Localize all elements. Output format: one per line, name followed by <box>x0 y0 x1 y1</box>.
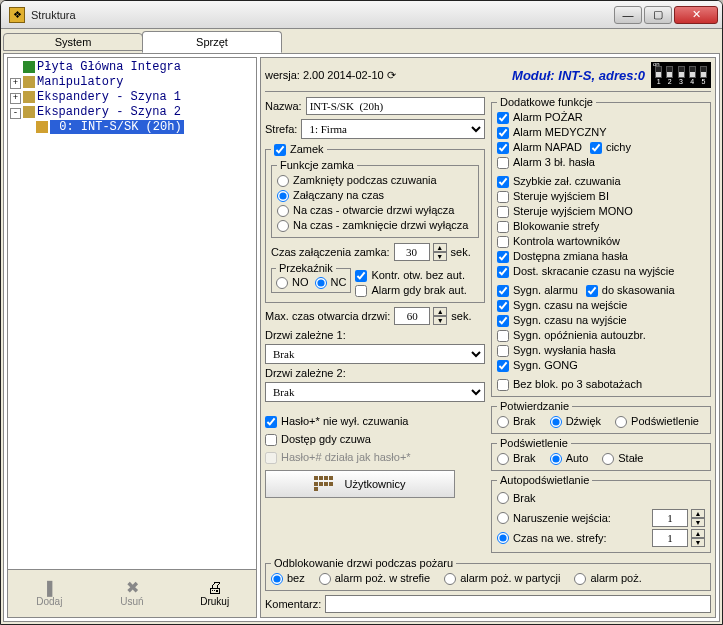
cb-pozar[interactable] <box>497 112 509 124</box>
add-button: ❚Dodaj <box>8 570 91 617</box>
dostep-czuwa-checkbox[interactable] <box>265 434 277 446</box>
potw-pods[interactable] <box>615 416 627 428</box>
przekaznik-group: Przekaźnik NO NC <box>271 262 351 293</box>
ap-narusz-input[interactable] <box>652 509 688 527</box>
cb-sygalarm[interactable] <box>497 285 509 297</box>
cb-3bl[interactable] <box>497 157 509 169</box>
tree-node-manipulatory[interactable]: +Manipulatory <box>10 75 254 90</box>
cb-mono[interactable] <box>497 206 509 218</box>
cb-kontrwart[interactable] <box>497 236 509 248</box>
cb-blokstr[interactable] <box>497 221 509 233</box>
cb-sygopz[interactable] <box>497 330 509 342</box>
pods-auto[interactable] <box>550 453 562 465</box>
cb-bezblok[interactable] <box>497 379 509 391</box>
version-label: wersja: 2.00 2014-02-10 ⟳ <box>265 69 396 82</box>
zamek-checkbox[interactable] <box>274 144 286 156</box>
od-strefa[interactable] <box>319 573 331 585</box>
funkcje-zamka-group: Funkcje zamka Zamknięty podczas czuwania… <box>271 159 479 238</box>
dz1-label: Drzwi zależne 1: <box>265 329 485 341</box>
tree-node-eksp-2[interactable]: -Ekspandery - Szyna 2 <box>10 105 254 120</box>
fz-zamkniecie[interactable] <box>277 220 289 232</box>
czas-zal-unit: sek. <box>451 246 471 258</box>
nazwa-label: Nazwa: <box>265 100 302 112</box>
tab-sprzet[interactable]: Sprzęt <box>142 31 282 53</box>
kontr-otw-checkbox[interactable] <box>355 270 367 282</box>
cb-dozm[interactable] <box>497 251 509 263</box>
minimize-button[interactable]: — <box>614 6 642 24</box>
body: -Płyta Główna Integra +Manipulatory +Eks… <box>3 53 720 622</box>
dz2-select[interactable]: Brak <box>265 382 485 402</box>
uzytkownicy-button[interactable]: Użytkownicy <box>265 470 455 498</box>
komentarz-label: Komentarz: <box>265 598 321 610</box>
print-button[interactable]: 🖨Drukuj <box>173 570 256 617</box>
close-button[interactable]: ✕ <box>674 6 718 24</box>
komentarz-row: Komentarz: <box>265 595 711 613</box>
tree-node-eksp-1[interactable]: +Ekspandery - Szyna 1 <box>10 90 254 105</box>
users-icon <box>314 476 334 492</box>
haslo-niewyl-checkbox[interactable] <box>265 416 277 428</box>
titlebar[interactable]: ❖ Struktura — ▢ ✕ <box>1 1 722 29</box>
ap-brak[interactable] <box>497 492 509 504</box>
tree-view[interactable]: -Płyta Główna Integra +Manipulatory +Eks… <box>7 57 257 570</box>
od-poz[interactable] <box>574 573 586 585</box>
pods-stale[interactable] <box>602 453 614 465</box>
max-czas-spin[interactable]: ▲▼ <box>433 307 447 325</box>
tree-node-mainboard[interactable]: -Płyta Główna Integra <box>10 60 254 75</box>
cb-napad[interactable] <box>497 142 509 154</box>
zamek-group: Zamek Funkcje zamka Zamknięty podczas cz… <box>265 142 485 303</box>
delete-button: ✖Usuń <box>91 570 174 617</box>
potw-dzwiek[interactable] <box>550 416 562 428</box>
podswietlenie-group: Podświetlenie Brak Auto Stałe <box>491 437 711 471</box>
window-title: Struktura <box>31 9 614 21</box>
od-bez[interactable] <box>271 573 283 585</box>
left-pane: -Płyta Główna Integra +Manipulatory +Eks… <box>7 57 257 618</box>
dodatkowe-funkcje-group: Dodatkowe funkcje Alarm POŻAR Alarm MEDY… <box>491 96 711 397</box>
client-area: System Sprzęt -Płyta Główna Integra +Man… <box>1 29 722 624</box>
window-buttons: — ▢ ✕ <box>614 6 718 24</box>
cb-doskr[interactable] <box>497 266 509 278</box>
ap-narusz-spin[interactable]: ▲▼ <box>691 509 705 527</box>
ap-narusz[interactable] <box>497 512 509 524</box>
tabs: System Sprzęt <box>3 31 720 53</box>
przek-no[interactable] <box>276 277 288 289</box>
maximize-button[interactable]: ▢ <box>644 6 672 24</box>
komentarz-input[interactable] <box>325 595 711 613</box>
ap-czas[interactable] <box>497 532 509 544</box>
cb-sygwe[interactable] <box>497 300 509 312</box>
cb-sygwys[interactable] <box>497 345 509 357</box>
window: ❖ Struktura — ▢ ✕ System Sprzęt -Płyta G… <box>0 0 723 625</box>
ap-czas-input[interactable] <box>652 529 688 547</box>
fz-zamkniety[interactable] <box>277 175 289 187</box>
czas-zal-label: Czas załączenia zamka: <box>271 246 390 258</box>
right-pane: wersja: 2.00 2014-02-10 ⟳ Moduł: INT-S, … <box>260 57 716 618</box>
cb-szybkie[interactable] <box>497 176 509 188</box>
pods-brak[interactable] <box>497 453 509 465</box>
od-partycja[interactable] <box>444 573 456 585</box>
cb-medyczny[interactable] <box>497 127 509 139</box>
max-czas-label: Max. czas otwarcia drzwi: <box>265 310 390 322</box>
cb-bi[interactable] <box>497 191 509 203</box>
nazwa-input[interactable] <box>306 97 485 115</box>
ap-czas-spin[interactable]: ▲▼ <box>691 529 705 547</box>
max-czas-input[interactable] <box>394 307 430 325</box>
odblokowanie-group: Odblokowanie drzwi podczas pożaru bez al… <box>265 557 711 591</box>
right-column: Dodatkowe funkcje Alarm POŻAR Alarm MEDY… <box>491 96 711 554</box>
strefa-select[interactable]: 1: Firma <box>301 119 485 139</box>
dz2-label: Drzwi zależne 2: <box>265 367 485 379</box>
fz-zalaczany[interactable] <box>277 190 289 202</box>
fz-otwarcie[interactable] <box>277 205 289 217</box>
potw-brak[interactable] <box>497 416 509 428</box>
cb-gong[interactable] <box>497 360 509 372</box>
przek-nc[interactable] <box>315 277 327 289</box>
cb-sygwy[interactable] <box>497 315 509 327</box>
dip-switch: 1 2 3 4 5 <box>651 62 711 88</box>
czas-zal-spin[interactable]: ▲▼ <box>433 243 447 261</box>
tab-system[interactable]: System <box>3 33 143 51</box>
dz1-select[interactable]: Brak <box>265 344 485 364</box>
cb-dokas[interactable] <box>586 285 598 297</box>
alarm-brak-checkbox[interactable] <box>355 285 367 297</box>
tree-node-int-s[interactable]: 0: INT-S/SK (20h) <box>10 120 254 135</box>
autopodswietlanie-group: Autopodświetlanie Brak Naruszenie wejści… <box>491 474 711 553</box>
czas-zal-input[interactable] <box>394 243 430 261</box>
cb-cichy[interactable] <box>590 142 602 154</box>
